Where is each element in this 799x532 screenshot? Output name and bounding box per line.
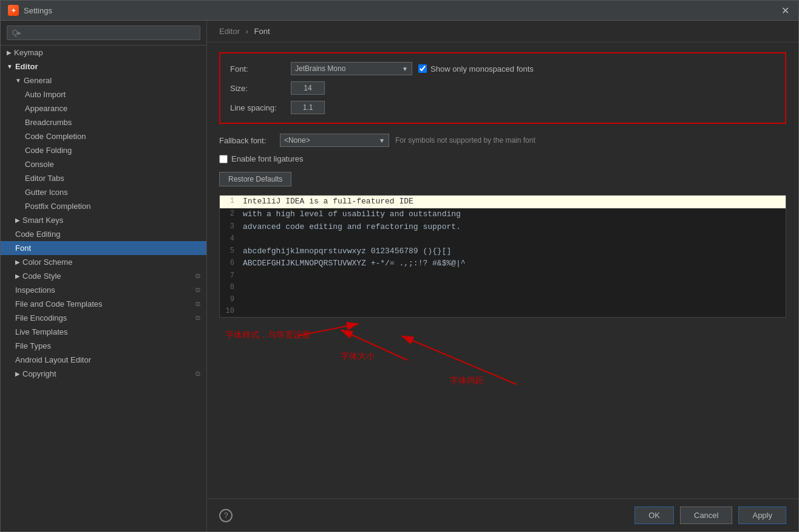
font-label: Font:	[230, 64, 285, 73]
sidebar-item-android-layout-editor[interactable]: Android Layout Editor	[1, 353, 206, 367]
sidebar-item-label: Android Layout Editor	[15, 355, 91, 364]
line-number: 9	[220, 294, 240, 305]
line-content	[240, 305, 786, 317]
sidebar-item-editor[interactable]: ▼ Editor	[1, 60, 206, 73]
expand-icon: ▼	[15, 77, 21, 84]
preview-line: 7	[220, 270, 786, 282]
sidebar-item-label: File and Code Templates	[15, 299, 103, 309]
sidebar-item-auto-import[interactable]: Auto Import	[1, 87, 206, 101]
sidebar-item-file-encodings[interactable]: File Encodings ⧉	[1, 311, 206, 325]
line-number: 5	[220, 245, 240, 258]
sidebar-item-color-scheme[interactable]: ▶ Color Scheme	[1, 255, 206, 269]
expand-icon: ▶	[15, 259, 20, 265]
font-settings-box: Font: JetBrains Mono ▼ Show only monospa…	[219, 52, 786, 124]
sidebar-item-general[interactable]: ▼ General	[1, 73, 206, 87]
line-content: ABCDEFGHIJKLMNOPQRSTUVWXYZ +-*/= .,;:!? …	[240, 257, 786, 270]
sidebar-item-label: Console	[25, 160, 54, 169]
show-monospaced-checkbox[interactable]	[418, 64, 427, 73]
sidebar-item-code-completion[interactable]: Code Completion	[1, 129, 206, 143]
sidebar-item-label: General	[24, 76, 52, 85]
sidebar-item-live-templates[interactable]: Live Templates	[1, 325, 206, 339]
line-content: IntelliJ IDEA is a full-featured IDE	[240, 196, 786, 208]
apply-button[interactable]: Apply	[738, 506, 786, 524]
line-number: 4	[220, 233, 240, 245]
line-content	[240, 294, 786, 305]
line-number: 8	[220, 282, 240, 293]
chevron-down-icon: ▼	[402, 66, 408, 72]
search-input[interactable]	[7, 26, 200, 40]
breadcrumb-current: Font	[254, 27, 270, 36]
sidebar-item-smart-keys[interactable]: ▶ Smart Keys	[1, 213, 206, 227]
line-number: 1	[220, 196, 240, 208]
close-button[interactable]: ✕	[779, 4, 791, 16]
line-spacing-row: Line spacing:	[230, 101, 775, 114]
sidebar-item-file-code-templates[interactable]: File and Code Templates ⧉	[1, 297, 206, 311]
copy-icon: ⧉	[195, 300, 200, 308]
line-content	[240, 270, 786, 282]
sidebar-item-code-style[interactable]: ▶ Code Style ⧉	[1, 269, 206, 283]
restore-defaults-button[interactable]: Restore Defaults	[219, 172, 291, 186]
sidebar-item-font[interactable]: Font	[1, 241, 206, 255]
settings-dialog: ✦ Settings ✕ ▶ Keymap ▼ Editor	[0, 0, 799, 532]
ligatures-label: Enable font ligatures	[231, 154, 304, 163]
ligatures-checkbox-label[interactable]: Enable font ligatures	[219, 154, 304, 163]
sidebar-item-label: Postfix Completion	[25, 202, 90, 211]
line-number: 6	[220, 257, 240, 270]
copy-icon: ⧉	[195, 314, 200, 322]
preview-line: 4	[220, 233, 786, 245]
breadcrumb-parent: Editor	[219, 27, 240, 36]
size-input[interactable]	[291, 81, 325, 95]
help-button[interactable]: ?	[219, 509, 233, 522]
sidebar-item-label: Smart Keys	[22, 216, 63, 225]
ok-button[interactable]: OK	[634, 506, 674, 524]
bottom-right: OK Cancel Apply	[634, 506, 786, 524]
sidebar-item-appearance[interactable]: Appearance	[1, 101, 206, 115]
sidebar-item-gutter-icons[interactable]: Gutter Icons	[1, 185, 206, 199]
sidebar-item-label: Font	[15, 244, 31, 253]
sidebar-item-label: Copyright	[22, 369, 56, 378]
preview-line: 8	[220, 282, 786, 293]
preview-line: 3advanced code editing and refactoring s…	[220, 221, 786, 234]
search-box	[1, 21, 206, 46]
sidebar-item-label: Gutter Icons	[25, 188, 68, 197]
line-number: 10	[220, 305, 240, 317]
preview-line: 2with a high level of usability and outs…	[220, 208, 786, 221]
line-content	[240, 282, 786, 293]
chevron-down-icon: ▼	[379, 137, 385, 144]
fallback-dropdown[interactable]: <None> ▼	[280, 134, 389, 147]
sidebar-item-label: Code Style	[22, 271, 61, 281]
sidebar-item-label: Code Folding	[25, 146, 72, 155]
line-content: abcdefghijklmnopqrstuvwxyz 0123456789 ()…	[240, 245, 786, 258]
preview-line: 6ABCDEFGHIJKLMNOPQRSTUVWXYZ +-*/= .,;:!?…	[220, 257, 786, 270]
sidebar-item-postfix-completion[interactable]: Postfix Completion	[1, 199, 206, 213]
ligatures-checkbox[interactable]	[219, 155, 228, 163]
sidebar-item-label: Code Completion	[25, 132, 86, 141]
font-row: Font: JetBrains Mono ▼ Show only monospa…	[230, 62, 775, 75]
annotation-line-spacing: 字体间距	[450, 375, 484, 386]
line-spacing-input[interactable]	[291, 101, 325, 114]
sidebar-item-code-editing[interactable]: Code Editing	[1, 227, 206, 241]
show-monospaced-checkbox-label[interactable]: Show only monospaced fonts	[418, 64, 534, 73]
breadcrumb-separator: ›	[246, 27, 248, 36]
sidebar: ▶ Keymap ▼ Editor ▼ General Auto Import	[1, 21, 207, 531]
sidebar-item-breadcrumbs[interactable]: Breadcrumbs	[1, 115, 206, 129]
sidebar-item-label: Inspections	[15, 285, 55, 295]
line-content	[240, 233, 786, 245]
sidebar-item-label: File Encodings	[15, 313, 67, 322]
line-spacing-label: Line spacing:	[230, 103, 285, 112]
sidebar-item-editor-tabs[interactable]: Editor Tabs	[1, 171, 206, 185]
preview-line: 5abcdefghijklmnopqrstuvwxyz 0123456789 (…	[220, 245, 786, 258]
ligatures-row: Enable font ligatures	[219, 154, 786, 163]
window-title: Settings	[24, 6, 52, 15]
sidebar-item-file-types[interactable]: File Types	[1, 339, 206, 353]
cancel-button[interactable]: Cancel	[680, 506, 732, 524]
sidebar-item-keymap[interactable]: ▶ Keymap	[1, 46, 206, 60]
font-dropdown[interactable]: JetBrains Mono ▼	[291, 62, 412, 75]
line-number: 7	[220, 270, 240, 282]
sidebar-item-inspections[interactable]: Inspections ⧉	[1, 283, 206, 297]
sidebar-item-copyright[interactable]: ▶ Copyright ⧉	[1, 367, 206, 381]
line-number: 2	[220, 208, 240, 221]
preview-line: 1IntelliJ IDEA is a full-featured IDE	[220, 196, 786, 208]
sidebar-item-code-folding[interactable]: Code Folding	[1, 143, 206, 157]
sidebar-item-console[interactable]: Console	[1, 157, 206, 171]
